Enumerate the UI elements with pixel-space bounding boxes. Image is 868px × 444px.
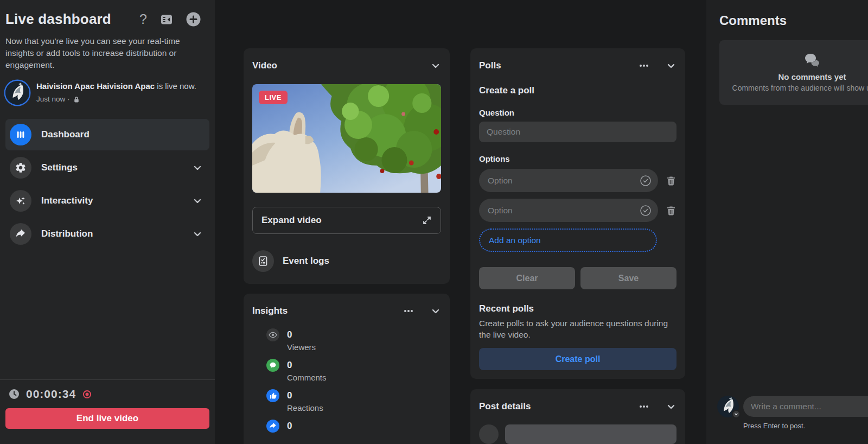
option-row: [479, 199, 676, 222]
polls-column: Polls Create a poll Question Options: [470, 48, 685, 444]
chevron-down-icon[interactable]: [666, 60, 676, 71]
end-live-video-button[interactable]: End live video: [5, 408, 209, 429]
post-details-header: Post details: [479, 398, 676, 415]
record-icon: [82, 390, 92, 399]
question-input[interactable]: [479, 122, 676, 142]
empty-state-title: No comments yet: [778, 72, 846, 81]
help-icon: ?: [139, 12, 147, 26]
comment-bubble-icon: [266, 359, 279, 372]
chat-bubbles-icon: [805, 53, 820, 67]
delete-option-button[interactable]: [666, 205, 676, 216]
more-options-icon[interactable]: [639, 401, 649, 412]
panel-collapse-icon: [160, 13, 173, 26]
clear-button[interactable]: Clear: [479, 267, 575, 289]
video-card-header: Video: [252, 57, 441, 74]
expand-video-button[interactable]: Expand video: [252, 207, 441, 234]
options-label: Options: [479, 154, 676, 163]
save-button[interactable]: Save: [580, 267, 676, 289]
stat-label: Comments: [287, 373, 441, 382]
delete-option-button[interactable]: [666, 175, 676, 186]
live-status-suffix: is live now.: [155, 81, 196, 91]
sidebar-actions: ?: [139, 12, 209, 27]
sidebar-item-interactivity[interactable]: Interactivity: [5, 185, 209, 217]
event-logs-label: Event logs: [283, 256, 329, 267]
gear-icon: [10, 157, 31, 179]
avatar: [5, 81, 29, 105]
page-name: Haivision Apac Haivision Apac: [36, 81, 155, 91]
post-details-row: [479, 424, 676, 444]
comments-title: Comments: [719, 13, 868, 28]
recent-polls-description: Create polls to ask your audience questi…: [479, 318, 676, 340]
chevron-down-icon[interactable]: [666, 401, 676, 412]
question-label: Question: [479, 108, 676, 117]
collapse-panel-button[interactable]: [160, 13, 173, 26]
trash-icon: [666, 175, 676, 186]
event-logs-row[interactable]: Event logs: [252, 247, 441, 275]
share-arrow-icon: [10, 223, 31, 245]
post-details-title: Post details: [479, 401, 531, 412]
comment-input[interactable]: [743, 396, 868, 417]
expand-video-label: Expand video: [261, 215, 322, 226]
composer-identity-button[interactable]: [717, 396, 739, 417]
live-status: Haivision Apac Haivision Apac is live no…: [5, 81, 209, 105]
post-title-field: [505, 424, 676, 444]
composer-hint: Press Enter to post.: [743, 422, 868, 430]
video-preview: LIVE: [252, 84, 441, 193]
check-circle-icon: [640, 175, 652, 187]
sidebar-description: Now that you're live you can see your re…: [5, 35, 195, 71]
stat-value: 0: [287, 329, 441, 340]
live-status-meta: Just now ·: [36, 94, 196, 105]
empty-state-description: Comments from the audience will show up …: [732, 84, 868, 92]
stat-value: 0: [287, 421, 441, 432]
chevron-down-icon: [732, 410, 741, 418]
stat-label: Reactions: [287, 403, 441, 413]
create-poll-button[interactable]: Create poll: [479, 348, 676, 370]
sidebar-item-label: Settings: [41, 162, 78, 173]
plus-circle-icon: [186, 12, 201, 27]
stat-label: Viewers: [287, 342, 441, 352]
chevron-down-icon: [192, 162, 203, 173]
page-title: Live dashboard: [5, 11, 111, 28]
stat-comments: 0 Comments: [266, 359, 441, 382]
add-button[interactable]: [186, 12, 201, 27]
more-options-icon[interactable]: [639, 60, 649, 71]
chevron-down-icon[interactable]: [430, 306, 441, 316]
polls-card: Polls Create a poll Question Options: [470, 48, 685, 379]
sidebar-item-label: Interactivity: [41, 195, 93, 206]
expand-icon: [422, 215, 432, 225]
live-badge: LIVE: [259, 91, 288, 104]
polls-card-header: Polls: [479, 57, 676, 74]
chevron-down-icon: [192, 195, 203, 206]
live-status-text: Haivision Apac Haivision Apac is live no…: [36, 81, 196, 105]
polls-card-title: Polls: [479, 60, 501, 71]
video-card: Video: [244, 48, 450, 284]
option-input-2[interactable]: [479, 199, 658, 222]
eye-icon: [266, 328, 279, 341]
thumb-up-icon: [266, 389, 279, 402]
sidebar-item-settings[interactable]: Settings: [5, 152, 209, 183]
chevron-down-icon[interactable]: [430, 60, 441, 71]
sidebar-nav: Dashboard Settings Interactivity: [5, 119, 209, 250]
insights-card: Insights 0 Viewers: [244, 294, 450, 444]
add-option-button[interactable]: Add an option: [479, 229, 657, 252]
lock-icon: [73, 96, 80, 103]
insights-stats: 0 Viewers 0 Comments: [252, 328, 441, 434]
help-button[interactable]: ?: [139, 12, 147, 26]
share-arrow-icon: [266, 420, 279, 433]
video-card-title: Video: [252, 60, 277, 71]
page-logo-icon: [5, 81, 29, 105]
event-logs-icon: [252, 250, 274, 272]
more-options-icon[interactable]: [403, 306, 414, 316]
comments-empty-state: No comments yet Comments from the audien…: [719, 40, 868, 105]
insights-card-header: Insights: [252, 302, 441, 320]
poll-form-buttons: Clear Save: [479, 267, 676, 289]
clock-icon: [9, 389, 20, 399]
sidebar-item-dashboard[interactable]: Dashboard: [5, 119, 209, 150]
timer-value: 00:00:34: [26, 388, 76, 401]
stat-value: 0: [287, 360, 441, 371]
option-input-1[interactable]: [479, 169, 658, 192]
sidebar-item-distribution[interactable]: Distribution: [5, 218, 209, 250]
comments-panel: Comments No comments yet Comments from t…: [706, 0, 868, 444]
trash-icon: [666, 205, 676, 216]
recent-polls-heading: Recent polls: [479, 303, 676, 314]
